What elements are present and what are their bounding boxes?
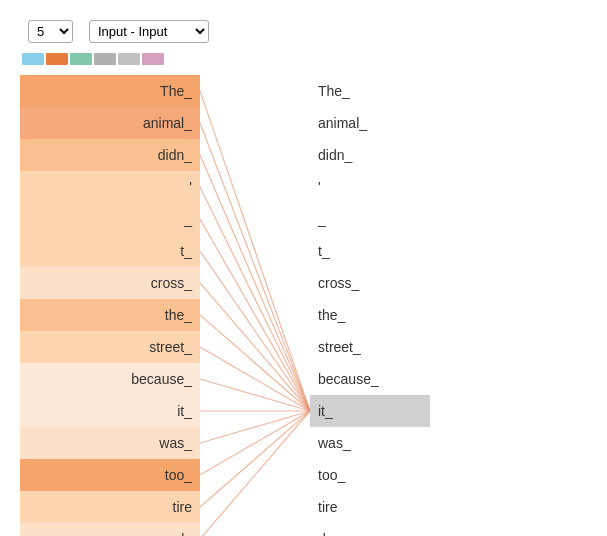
right-token-row[interactable]: The_ [310, 75, 430, 107]
attention-line [200, 411, 310, 443]
left-token-row[interactable]: ' [20, 171, 200, 203]
attention-line [200, 411, 310, 475]
token-label: ' [189, 179, 192, 195]
swatch-blue[interactable] [22, 53, 44, 65]
right-token-row[interactable]: _ [310, 203, 430, 235]
token-label: t_ [180, 243, 192, 259]
attention-line [200, 411, 310, 507]
attention-line [200, 411, 310, 536]
token-label: because_ [318, 371, 379, 387]
token-label: cross_ [318, 275, 359, 291]
left-token-row[interactable]: _ [20, 203, 200, 235]
controls-bar: 5 1234 6789101112 Input - Input Input - … [20, 20, 587, 43]
token-label: was_ [159, 435, 192, 451]
right-token-row[interactable]: cross_ [310, 267, 430, 299]
token-label: too_ [165, 467, 192, 483]
swatch-gray1[interactable] [94, 53, 116, 65]
swatch-pink[interactable] [142, 53, 164, 65]
right-token-row[interactable]: tire [310, 491, 430, 523]
token-label: because_ [131, 371, 192, 387]
token-label: it_ [318, 403, 333, 419]
token-label: street_ [318, 339, 361, 355]
left-token-row[interactable]: the_ [20, 299, 200, 331]
attention-line [200, 315, 310, 411]
token-label: didn_ [158, 147, 192, 163]
left-token-row[interactable]: cross_ [20, 267, 200, 299]
right-token-row[interactable]: because_ [310, 363, 430, 395]
attention-line [200, 379, 310, 411]
attention-line [200, 347, 310, 411]
right-token-row[interactable]: t_ [310, 235, 430, 267]
right-token-row[interactable]: was_ [310, 427, 430, 459]
right-token-row[interactable]: d_ [310, 523, 430, 536]
token-label: animal_ [143, 115, 192, 131]
token-label: animal_ [318, 115, 367, 131]
right-token-row[interactable]: street_ [310, 331, 430, 363]
token-label: the_ [318, 307, 345, 323]
left-token-row[interactable]: d_ [20, 523, 200, 536]
token-label: tire [173, 499, 192, 515]
main-container: 5 1234 6789101112 Input - Input Input - … [20, 20, 587, 536]
attention-select[interactable]: Input - Input Input - Output Output - In… [89, 20, 209, 43]
right-token-row[interactable]: animal_ [310, 107, 430, 139]
left-token-row[interactable]: because_ [20, 363, 200, 395]
swatch-gray2[interactable] [118, 53, 140, 65]
attention-visualization: The_animal_didn_'_t_cross_the_street_bec… [20, 75, 587, 536]
right-token-list: The_animal_didn_'_t_cross_the_street_bec… [310, 75, 430, 536]
left-token-row[interactable]: tire [20, 491, 200, 523]
token-label: d_ [318, 531, 334, 536]
token-label: didn_ [318, 147, 352, 163]
attention-line [200, 283, 310, 411]
attention-line [200, 187, 310, 411]
token-label: street_ [149, 339, 192, 355]
attention-line [200, 123, 310, 411]
token-label: tire [318, 499, 337, 515]
token-label: _ [184, 211, 192, 227]
left-token-row[interactable]: too_ [20, 459, 200, 491]
swatch-orange[interactable] [46, 53, 68, 65]
attention-line [200, 91, 310, 411]
left-token-list: The_animal_didn_'_t_cross_the_street_bec… [20, 75, 200, 536]
token-label: it_ [177, 403, 192, 419]
token-label: The_ [160, 83, 192, 99]
swatch-teal[interactable] [70, 53, 92, 65]
right-token-row[interactable]: too_ [310, 459, 430, 491]
left-token-row[interactable]: animal_ [20, 107, 200, 139]
token-label: t_ [318, 243, 330, 259]
layer-select[interactable]: 5 1234 6789101112 [28, 20, 73, 43]
right-token-row[interactable]: ' [310, 171, 430, 203]
token-label: cross_ [151, 275, 192, 291]
token-label: d_ [176, 531, 192, 536]
attention-line [200, 155, 310, 411]
attention-line [200, 251, 310, 411]
left-token-row[interactable]: was_ [20, 427, 200, 459]
token-label: _ [318, 211, 326, 227]
token-label: was_ [318, 435, 351, 451]
token-label: the_ [165, 307, 192, 323]
left-token-row[interactable]: t_ [20, 235, 200, 267]
left-token-row[interactable]: The_ [20, 75, 200, 107]
left-token-row[interactable]: didn_ [20, 139, 200, 171]
attention-line [200, 219, 310, 411]
right-token-row[interactable]: it_ [310, 395, 430, 427]
right-token-row[interactable]: didn_ [310, 139, 430, 171]
right-token-row[interactable]: the_ [310, 299, 430, 331]
token-label: The_ [318, 83, 350, 99]
token-label: too_ [318, 467, 345, 483]
token-label: ' [318, 179, 321, 195]
attention-lines-svg [200, 75, 310, 536]
color-bar [22, 53, 587, 65]
left-token-row[interactable]: street_ [20, 331, 200, 363]
left-token-row[interactable]: it_ [20, 395, 200, 427]
